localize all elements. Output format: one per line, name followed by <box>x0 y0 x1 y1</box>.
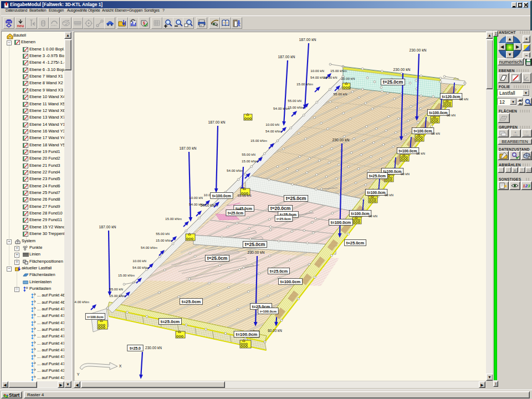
svg-text:10.00 kN: 10.00 kN <box>132 259 146 263</box>
svg-text:55.00 kN: 55.00 kN <box>334 92 347 96</box>
svg-text:15.00 kNm: 15.00 kNm <box>109 294 126 298</box>
svg-text:t=25.0cm: t=25.0cm <box>383 79 403 85</box>
svg-text:t=25.0cm: t=25.0cm <box>245 242 265 247</box>
svg-text:t=25.0cm: t=25.0cm <box>346 241 365 245</box>
svg-text:230.00 kN: 230.00 kN <box>410 48 427 52</box>
svg-text:54.00 kNm: 54.00 kNm <box>227 168 243 172</box>
svg-text:t=100.0cm: t=100.0cm <box>236 332 258 337</box>
svg-text:187.00 kN: 187.00 kN <box>99 225 116 229</box>
svg-text:neu: neu <box>17 24 24 28</box>
svg-text:15.00 kNm: 15.00 kNm <box>242 159 258 163</box>
svg-text:t=100.0cm: t=100.0cm <box>212 194 231 198</box>
svg-text:15.00 kNm: 15.00 kNm <box>330 69 347 73</box>
svg-text:t=100.0cm: t=100.0cm <box>429 111 447 115</box>
svg-text:55.00 kN: 55.00 kN <box>242 152 255 156</box>
svg-text:t=25.0cm: t=25.0cm <box>369 174 386 178</box>
svg-text:§: § <box>143 21 146 25</box>
svg-text:187.00 kN: 187.00 kN <box>278 55 295 59</box>
svg-text:00 kN: 00 kN <box>401 172 410 176</box>
svg-text:t=100.0cm: t=100.0cm <box>398 149 417 153</box>
svg-text:00 kN: 00 kN <box>385 193 393 197</box>
svg-text:55.00 kN: 55.00 kN <box>109 287 123 291</box>
svg-text:54.00 kNm: 54.00 kNm <box>273 106 290 110</box>
svg-text:t=100.0cm: t=100.0cm <box>413 129 432 133</box>
svg-text:t=25.0cm: t=25.0cm <box>286 196 306 201</box>
svg-text:t=100.0cm: t=100.0cm <box>331 220 351 225</box>
svg-text:54.00 kNm: 54.00 kNm <box>132 265 149 269</box>
svg-text:15.00 kNm: 15.00 kNm <box>250 139 267 142</box>
svg-text:00 kN: 00 kN <box>431 131 440 135</box>
svg-text:187.00 kN: 187.00 kN <box>299 38 316 42</box>
svg-text:t=100.0cm: t=100.0cm <box>260 309 277 313</box>
svg-text:15.00 kNm: 15.00 kNm <box>165 217 182 221</box>
svg-text:t=120.0cm: t=120.0cm <box>442 95 460 99</box>
svg-text:t=100.0cm: t=100.0cm <box>87 315 103 319</box>
svg-text:t=20.0cm: t=20.0cm <box>270 206 291 211</box>
svg-text:60.00 kN: 60.00 kN <box>268 329 282 332</box>
svg-text:187.00 kN: 187.00 kN <box>208 120 226 124</box>
svg-text:54.00 kNm: 54.00 kNm <box>265 129 282 133</box>
svg-text:230.00 kN: 230.00 kN <box>248 250 265 254</box>
svg-text:10.00 kN: 10.00 kN <box>189 196 203 200</box>
svg-text:t=25.0cm: t=25.0cm <box>270 269 288 274</box>
svg-text:55.00 kN: 55.00 kN <box>288 99 301 103</box>
svg-text:15.00 kNm: 15.00 kNm <box>288 105 304 109</box>
svg-text:15.00 kNm: 15.00 kNm <box>118 273 135 277</box>
svg-text:15.00 kNm: 15.00 kNm <box>296 82 313 86</box>
svg-text:t=100.0cm: t=100.0cm <box>351 212 369 216</box>
svg-text:t=25.0cm: t=25.0cm <box>277 217 291 221</box>
svg-text:15.00 kNm: 15.00 kNm <box>156 238 172 242</box>
svg-text:00 kN: 00 kN <box>459 97 468 101</box>
svg-text:00 kN: 00 kN <box>447 113 456 117</box>
svg-text:00 kN: 00 kN <box>369 214 377 218</box>
svg-text:t=25.0cm: t=25.0cm <box>182 299 201 304</box>
svg-text:t=25.0cm: t=25.0cm <box>228 211 243 215</box>
svg-text:230.00 kN: 230.00 kN <box>332 138 350 142</box>
svg-text:t=25.0cm: t=25.0cm <box>207 255 228 261</box>
svg-text:Y: Y <box>77 372 80 376</box>
svg-text:t=25.0cm: t=25.0cm <box>161 319 180 324</box>
svg-text:20.00 kN: 20.00 kN <box>341 76 355 80</box>
svg-text:187.00 kN: 187.00 kN <box>180 146 197 150</box>
svg-text:00 kN: 00 kN <box>416 151 425 155</box>
svg-text:55.00 kN: 55.00 kN <box>238 193 252 197</box>
svg-text:t=25.0: t=25.0 <box>130 346 141 350</box>
svg-text:t=100.0cm: t=100.0cm <box>280 279 301 284</box>
svg-text:54.00 kNm: 54.00 kNm <box>74 300 89 304</box>
svg-text:55.00 kN: 55.00 kN <box>156 232 170 236</box>
svg-text:230.00 kN: 230.00 kN <box>393 68 411 71</box>
svg-text:230.00 kN: 230.00 kN <box>145 346 162 350</box>
svg-text:t=100.0cm: t=100.0cm <box>367 191 385 195</box>
svg-text:10.00 kN: 10.00 kN <box>265 122 279 126</box>
svg-text:10.00 kN: 10.00 kN <box>324 75 337 79</box>
svg-text:10.00 kN: 10.00 kN <box>310 69 324 73</box>
svg-text:54.00 kNm: 54.00 kNm <box>141 245 157 249</box>
svg-text:X: X <box>119 364 122 368</box>
